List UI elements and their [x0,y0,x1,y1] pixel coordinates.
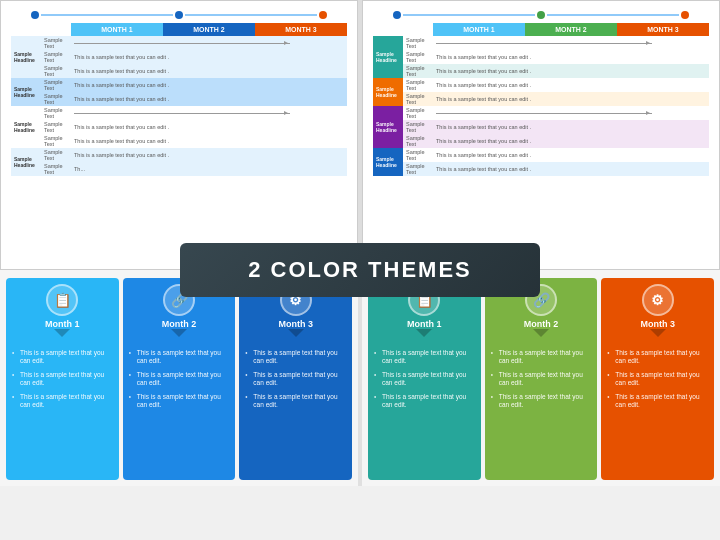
header-month2-left: MONTH 2 [163,23,255,36]
dot-line-2-left [185,14,317,16]
month-card-3: ⚙Month 3This is a sample text that you c… [601,278,714,480]
chevron-down-icon-3 [288,329,304,337]
dot-3-left [319,11,327,19]
month-label-1: Month 1 [407,319,442,329]
header-month2-right: MONTH 2 [525,23,617,36]
month-card-body-2: This is a sample text that you can edit.… [485,343,598,480]
list-item: This is a sample text that you can edit. [129,349,230,366]
list-item: This is a sample text that you can edit. [607,349,708,366]
month-label-3: Month 3 [278,319,313,329]
list-item: This is a sample text that you can edit. [245,393,346,410]
dot-2-right [537,11,545,19]
dot-1-left [31,11,39,19]
month-label-2: Month 2 [524,319,559,329]
bottom-half: 📋Month 1This is a sample text that you c… [0,270,720,486]
top-half: MONTH 1 MONTH 2 MONTH 3 SampleHeadlineSa… [0,0,720,270]
list-item: This is a sample text that you can edit. [12,371,113,388]
chevron-down-icon-2 [533,329,549,337]
list-item: This is a sample text that you can edit. [245,371,346,388]
list-item: This is a sample text that you can edit. [129,393,230,410]
list-item: This is a sample text that you can edit. [129,371,230,388]
month-card-body-3: This is a sample text that you can edit.… [239,343,352,480]
month-card-body-1: This is a sample text that you can edit.… [6,343,119,480]
list-item: This is a sample text that you can edit. [374,349,475,366]
dot-2-left [175,11,183,19]
months-section-left: 📋Month 1This is a sample text that you c… [0,270,358,486]
month-label-2: Month 2 [162,319,197,329]
list-item: This is a sample text that you can edit. [374,393,475,410]
header-month1-left: MONTH 1 [71,23,163,36]
header-month3-right: MONTH 3 [617,23,709,36]
timeline-table-left: MONTH 1 MONTH 2 MONTH 3 SampleHeadlineSa… [11,23,347,176]
chevron-down-icon-3 [650,329,666,337]
center-banner: 2 COLOR THEMES [180,243,540,297]
slide-right: MONTH 1 MONTH 2 MONTH 3 SampleHeadlineSa… [362,0,720,270]
dot-line-1-right [403,14,535,16]
month-card-3: ⚙Month 3This is a sample text that you c… [239,278,352,480]
list-item: This is a sample text that you can edit. [491,393,592,410]
months-section-right: 📋Month 1This is a sample text that you c… [362,270,720,486]
month-card-1: 📋Month 1This is a sample text that you c… [368,278,481,480]
month-card-body-3: This is a sample text that you can edit.… [601,343,714,480]
list-item: This is a sample text that you can edit. [607,393,708,410]
list-item: This is a sample text that you can edit. [245,349,346,366]
header-month1-right: MONTH 1 [433,23,525,36]
list-item: This is a sample text that you can edit. [491,349,592,366]
month-card-body-2: This is a sample text that you can edit.… [123,343,236,480]
month-label-1: Month 1 [45,319,80,329]
dot-line-2-right [547,14,679,16]
month-card-2: 🔗Month 2This is a sample text that you c… [123,278,236,480]
dot-3-right [681,11,689,19]
dots-row-right [373,11,709,19]
slide-left: MONTH 1 MONTH 2 MONTH 3 SampleHeadlineSa… [0,0,358,270]
dots-row-left [11,11,347,19]
list-item: This is a sample text that you can edit. [491,371,592,388]
month-label-3: Month 3 [640,319,675,329]
month-card-1: 📋Month 1This is a sample text that you c… [6,278,119,480]
month-card-body-1: This is a sample text that you can edit.… [368,343,481,480]
header-month3-left: MONTH 3 [255,23,347,36]
chevron-down-icon-1 [54,329,70,337]
list-item: This is a sample text that you can edit. [12,393,113,410]
chevron-down-icon-2 [171,329,187,337]
dot-line-1-left [41,14,173,16]
list-item: This is a sample text that you can edit. [374,371,475,388]
banner-title: 2 COLOR THEMES [248,257,472,283]
chevron-down-icon-1 [416,329,432,337]
timeline-table-right: MONTH 1 MONTH 2 MONTH 3 SampleHeadlineSa… [373,23,709,176]
month-card-2: 🔗Month 2This is a sample text that you c… [485,278,598,480]
dot-1-right [393,11,401,19]
list-item: This is a sample text that you can edit. [12,349,113,366]
list-item: This is a sample text that you can edit. [607,371,708,388]
